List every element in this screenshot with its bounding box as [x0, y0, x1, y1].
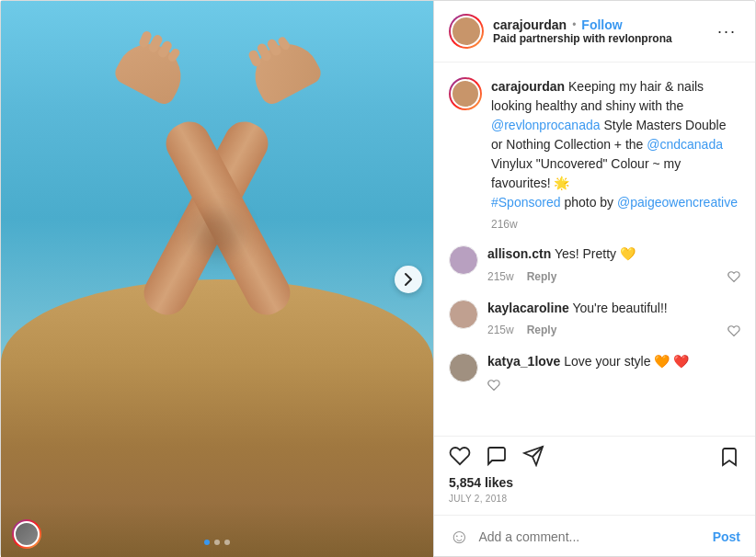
next-arrow[interactable] [395, 266, 422, 293]
comment-1-meta: 215w Reply [487, 268, 740, 285]
comment-1-reply[interactable]: Reply [527, 270, 557, 283]
comment-3-heart[interactable] [487, 376, 500, 392]
poster-username[interactable]: carajourdan [493, 17, 567, 32]
comment-3-content: katya_1love Love your style 🧡 ❤️ [487, 353, 740, 392]
add-comment-row: ☺ Post [434, 515, 755, 557]
comment-1-heart[interactable] [727, 268, 740, 285]
post-header: carajourdan • Follow Paid partnership wi… [434, 1, 755, 63]
post-container: carajourdan • Follow Paid partnership wi… [0, 0, 756, 557]
comment-2-content: kaylacaroline You're beautiful!! 215w Re… [487, 300, 740, 339]
kayla-username[interactable]: kaylacaroline [487, 301, 569, 315]
comment-1-text: allison.ctn Yes! Pretty 💛 [487, 245, 740, 264]
comment-input[interactable] [478, 529, 703, 544]
dot-2 [214, 540, 220, 545]
kayla-avatar[interactable] [449, 300, 478, 329]
sponsored-link[interactable]: #Sponsored [491, 195, 561, 210]
action-bar: 5,854 likes July 2, 2018 [434, 436, 755, 515]
katya-avatar[interactable] [449, 353, 478, 382]
emoji-button[interactable]: ☺ [449, 525, 469, 549]
action-icons-row [449, 444, 740, 468]
comment-3-meta [487, 376, 740, 392]
revlon-link[interactable]: @revlonprocanada [491, 118, 601, 132]
comment-1-content: allison.ctn Yes! Pretty 💛 215w Reply [487, 245, 740, 285]
comment-1-time: 215w [487, 270, 514, 283]
caption-time: 216w [491, 218, 740, 231]
username-row: carajourdan • Follow [493, 17, 704, 32]
caption-content: carajourdan Keeping my hair & nails look… [491, 77, 740, 231]
comment-2: kaylacaroline You're beautiful!! 215w Re… [449, 300, 740, 339]
likes-count: 5,854 likes [449, 475, 740, 490]
dot-1 [204, 540, 210, 545]
post-info: carajourdan • Follow Paid partnership wi… [433, 1, 755, 557]
photographer-link[interactable]: @paigeowencreative [617, 195, 738, 210]
allison-username[interactable]: allison.ctn [487, 246, 551, 261]
dot-3 [224, 540, 230, 545]
comment-2-time: 215w [487, 324, 514, 336]
follow-button[interactable]: Follow [581, 17, 622, 32]
poster-avatar[interactable] [449, 14, 484, 49]
share-button[interactable] [522, 445, 544, 467]
bookmark-button[interactable] [718, 444, 740, 468]
post-comment-button[interactable]: Post [713, 529, 740, 544]
comment-3: katya_1love Love your style 🧡 ❤️ [449, 353, 740, 392]
header-info: carajourdan • Follow Paid partnership wi… [493, 17, 704, 45]
caption-username[interactable]: carajourdan [491, 79, 565, 94]
cnd-link[interactable]: @cndcanada [647, 137, 723, 152]
katya-username[interactable]: katya_1love [487, 354, 560, 369]
partnership-label: Paid partnership with revlonprona [493, 32, 704, 45]
comment-3-text: katya_1love Love your style 🧡 ❤️ [487, 353, 740, 371]
image-dots [204, 540, 230, 545]
comment-button[interactable] [486, 445, 508, 467]
post-image [1, 1, 433, 557]
comment-1: allison.ctn Yes! Pretty 💛 215w Reply [449, 245, 740, 285]
comment-2-heart[interactable] [727, 322, 740, 338]
comment-2-text: kaylacaroline You're beautiful!! [487, 300, 740, 318]
comment-2-reply[interactable]: Reply [527, 324, 557, 336]
current-user-avatar[interactable] [12, 519, 41, 549]
separator-dot: • [572, 18, 576, 31]
more-options-button[interactable]: ··· [714, 22, 740, 41]
post-date: July 2, 2018 [449, 494, 740, 504]
caption-text: carajourdan Keeping my hair & nails look… [491, 77, 740, 212]
caption-avatar[interactable] [449, 77, 482, 110]
comment-2-meta: 215w Reply [487, 322, 740, 338]
allison-avatar[interactable] [449, 245, 478, 275]
comments-section: carajourdan Keeping my hair & nails look… [434, 63, 755, 436]
like-button[interactable] [449, 445, 471, 467]
caption-row: carajourdan Keeping my hair & nails look… [449, 77, 740, 231]
